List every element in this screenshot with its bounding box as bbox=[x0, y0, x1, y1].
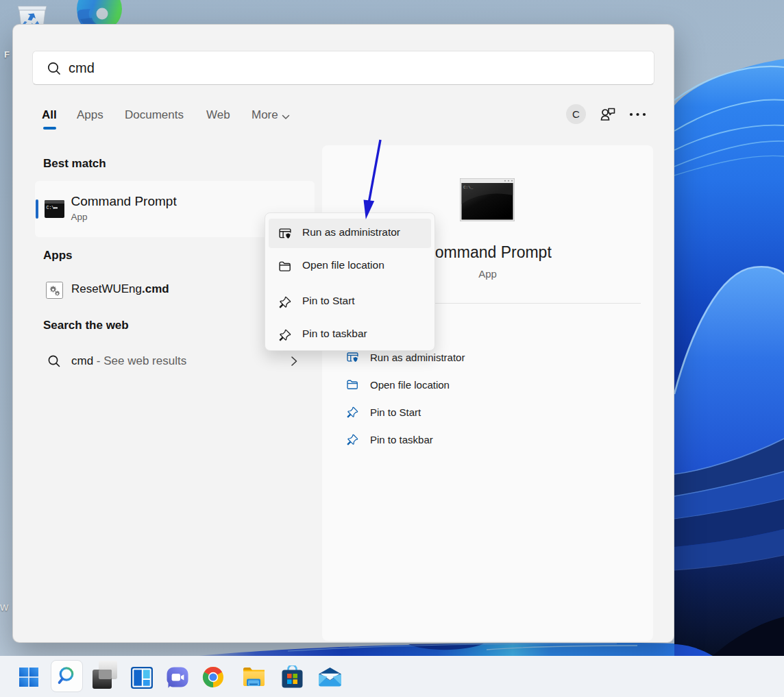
svg-text:C:\: C:\ bbox=[47, 206, 55, 210]
svg-text:C:\_: C:\_ bbox=[463, 185, 474, 190]
